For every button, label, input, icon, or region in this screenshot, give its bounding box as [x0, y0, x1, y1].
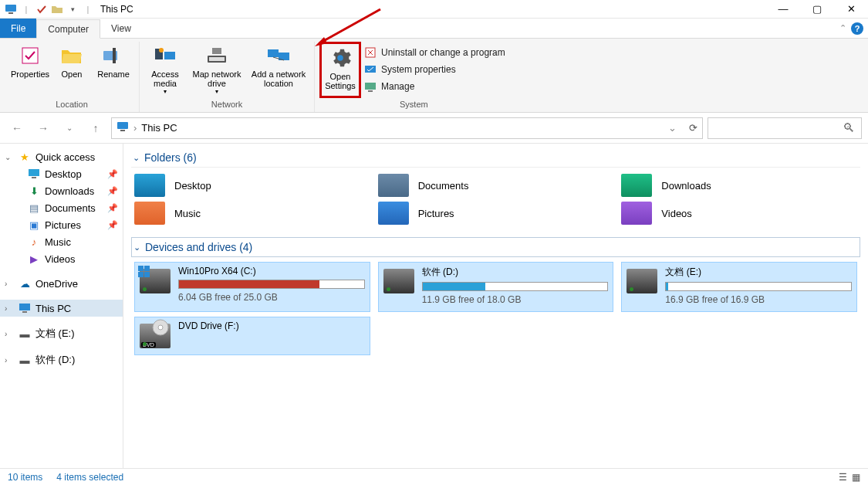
folder-documents[interactable]: Documents [378, 174, 614, 197]
qa-folder-icon[interactable] [51, 3, 63, 15]
tab-view[interactable]: View [100, 19, 142, 38]
drive-e[interactable]: 文档 (E:) 16.9 GB free of 16.9 GB [621, 262, 857, 312]
sidebar-pictures[interactable]: ▣Pictures📌 [0, 216, 123, 233]
qa-dropdown-icon[interactable]: ▾ [66, 3, 79, 15]
pin-icon[interactable]: 📌 [107, 169, 118, 179]
ribbon-tabs: File Computer View ⌃ ? [0, 19, 868, 39]
sidebar-music[interactable]: ♪Music [0, 233, 123, 250]
sidebar-drive-d[interactable]: ›▬软件 (D:) [0, 351, 123, 369]
drive-f-dvd[interactable]: DVD DVD Drive (F:) [134, 317, 370, 355]
uninstall-program-link[interactable]: Uninstall or change a program [361, 45, 508, 60]
pin-icon[interactable]: 📌 [107, 220, 118, 230]
chevron-right-icon[interactable]: › [5, 330, 14, 338]
folder-pictures[interactable]: Pictures [378, 202, 614, 225]
drives-section-header[interactable]: ⌄ Devices and drives (4) [131, 237, 860, 257]
close-button[interactable]: ✕ [834, 0, 868, 19]
tab-file[interactable]: File [0, 19, 36, 38]
svg-rect-21 [117, 122, 128, 129]
system-properties-link[interactable]: System properties [361, 62, 508, 77]
sidebar-downloads[interactable]: ⬇Downloads📌 [0, 182, 123, 199]
svg-rect-16 [365, 66, 376, 73]
sidebar-quick-access[interactable]: ⌄ ★ Quick access [0, 148, 123, 165]
svg-rect-0 [5, 5, 16, 12]
svg-rect-23 [29, 169, 39, 176]
sidebar-videos[interactable]: ▶Videos [0, 250, 123, 267]
folder-downloads[interactable]: Downloads [621, 174, 857, 197]
help-icon[interactable]: ? [851, 22, 863, 35]
maximize-button[interactable]: ▢ [800, 0, 834, 19]
add-network-location-button[interactable]: Add a network location [248, 42, 309, 98]
svg-rect-22 [120, 130, 125, 131]
sidebar-drive-e[interactable]: ›▬文档 (E:) [0, 324, 123, 343]
chevron-right-icon[interactable]: › [5, 356, 14, 365]
tiles-view-icon[interactable]: ▦ [852, 472, 860, 483]
sidebar-documents[interactable]: ▤Documents📌 [0, 199, 123, 216]
sidebar-onedrive[interactable]: ›☁OneDrive [0, 275, 123, 292]
open-settings-button[interactable]: Open Settings [319, 42, 361, 98]
chevron-down-icon[interactable]: ⌄ [133, 242, 140, 253]
drives-grid: Win10Pro X64 (C:) 6.04 GB free of 25.0 G… [131, 257, 860, 360]
forward-button[interactable]: → [32, 117, 54, 139]
sidebar-this-pc[interactable]: ›This PC [0, 300, 123, 317]
usage-bar [178, 280, 365, 289]
folder-desktop[interactable]: Desktop [134, 174, 370, 197]
chevron-down-icon[interactable]: ⌄ [5, 153, 14, 161]
svg-rect-1 [8, 12, 13, 14]
details-view-icon[interactable]: ☰ [839, 472, 847, 483]
chevron-down-icon[interactable]: ⌄ [133, 153, 140, 163]
breadcrumb[interactable]: This PC [141, 122, 177, 134]
properties-button[interactable]: Properties [9, 42, 51, 98]
pin-icon[interactable]: 📌 [107, 203, 118, 213]
search-box[interactable]: 🔍︎ [708, 117, 862, 139]
qa-check-icon[interactable] [35, 3, 48, 15]
back-button[interactable]: ← [6, 117, 28, 139]
manage-link[interactable]: Manage [361, 79, 508, 94]
qa-sep-icon: | [20, 3, 32, 15]
explorer-body: ⌄ ★ Quick access Desktop📌 ⬇Downloads📌 ▤D… [0, 144, 868, 468]
folders-section-header[interactable]: ⌄ Folders (6) [131, 148, 860, 168]
svg-rect-24 [32, 177, 36, 178]
title-bar: | ▾ | This PC — ▢ ✕ [0, 0, 868, 19]
chevron-right-icon[interactable]: › [5, 304, 14, 313]
drive-c[interactable]: Win10Pro X64 (C:) 6.04 GB free of 25.0 G… [134, 262, 370, 312]
usage-bar [665, 282, 852, 291]
ribbon-collapse-icon[interactable]: ⌃ [839, 23, 846, 33]
svg-rect-26 [22, 311, 27, 313]
address-dropdown-icon[interactable]: ⌄ [668, 122, 677, 134]
svg-rect-6 [164, 52, 175, 59]
group-label-network: Network [211, 98, 242, 112]
up-button[interactable]: ↑ [85, 117, 106, 139]
tab-computer[interactable]: Computer [36, 19, 100, 39]
minimize-button[interactable]: — [766, 0, 800, 19]
pin-icon[interactable]: 📌 [107, 186, 118, 196]
search-icon: 🔍︎ [843, 121, 855, 135]
folder-videos[interactable]: Videos [621, 202, 857, 225]
sidebar-desktop[interactable]: Desktop📌 [0, 165, 123, 182]
explorer-window: | ▾ | This PC — ▢ ✕ File Computer View ⌃… [0, 0, 868, 485]
ribbon-group-network: Access media▾ Map network drive▾ Add a n… [140, 42, 315, 112]
status-bar: 10 items 4 items selected ☰ ▦ [0, 468, 868, 485]
svg-rect-17 [365, 83, 376, 90]
rename-icon [101, 43, 126, 68]
access-media-button[interactable]: Access media▾ [144, 42, 186, 98]
cloud-icon: ☁ [19, 277, 31, 290]
recent-dropdown-icon[interactable]: ⌄ [59, 117, 80, 139]
picture-icon: ▣ [28, 219, 40, 231]
svg-rect-11 [268, 49, 279, 57]
gear-icon [328, 46, 353, 70]
open-button[interactable]: Open [51, 42, 93, 98]
uninstall-icon [364, 46, 377, 59]
folders-grid: Desktop Documents Downloads Music Pictur… [131, 168, 860, 237]
svg-point-7 [159, 48, 164, 53]
refresh-button[interactable]: ⟳ [689, 122, 697, 134]
window-title: This PC [100, 4, 133, 15]
nav-pane: ⌄ ★ Quick access Desktop📌 ⬇Downloads📌 ▤D… [0, 144, 123, 468]
ribbon-group-system: Open Settings Uninstall or change a prog… [315, 42, 513, 112]
map-drive-button[interactable]: Map network drive▾ [186, 42, 248, 98]
rename-button[interactable]: Rename [93, 42, 134, 98]
chevron-right-icon[interactable]: › [5, 280, 14, 288]
address-bar[interactable]: › This PC ⌄ ⟳ [111, 117, 703, 139]
drive-d[interactable]: 软件 (D:) 11.9 GB free of 18.0 GB [378, 262, 614, 312]
folder-music[interactable]: Music [134, 202, 370, 225]
this-pc-icon [5, 3, 17, 15]
